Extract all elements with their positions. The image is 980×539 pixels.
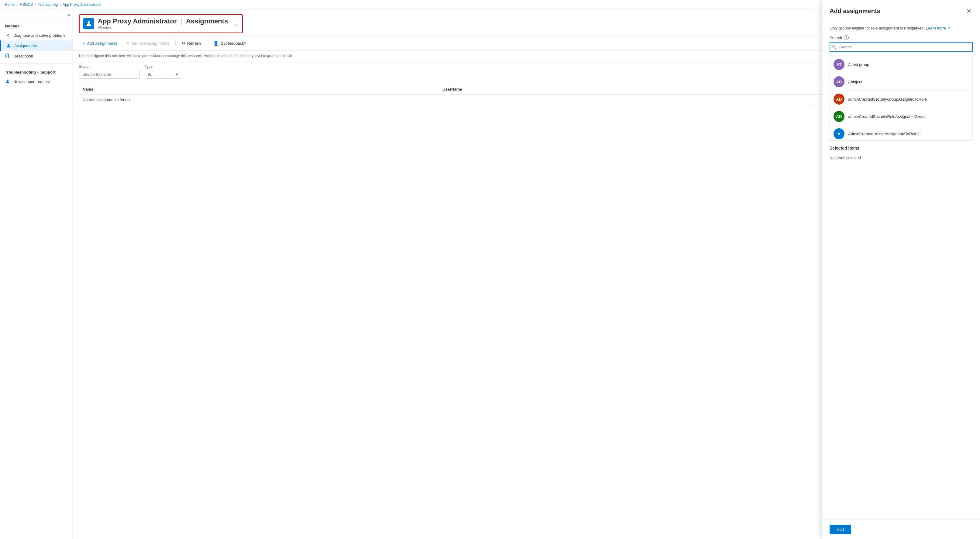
- panel-footer: Add: [822, 520, 980, 539]
- group-item-a[interactable]: A AdminCreatedUnifiedAssignableToRole2: [830, 125, 972, 141]
- svg-point-0: [8, 44, 10, 46]
- group-item-ad2[interactable]: AD adminCreatedSecurityRoleAssignableGro…: [830, 108, 972, 125]
- breadcrumb-home[interactable]: Home: [5, 2, 14, 7]
- add-assignments-button[interactable]: + Add assignments: [79, 39, 121, 48]
- col-name: Name: [79, 85, 439, 94]
- remove-assignments-button[interactable]: ✕ Remove assignments: [122, 39, 173, 48]
- add-button[interactable]: Add: [830, 525, 851, 534]
- search-filter-group: Search: [79, 64, 140, 79]
- avatar-ab: AB: [834, 76, 845, 87]
- avatar-at: AT: [834, 59, 845, 70]
- type-filter-group: Type All User Group Service Principal: [145, 64, 181, 79]
- user-icon: [6, 43, 11, 48]
- panel-description: Only groups eligible for role assignment…: [830, 26, 973, 30]
- type-select[interactable]: All User Group Service Principal: [145, 70, 181, 79]
- group-list-wrap: AT A test group AB Abhijeet AD adminCrea…: [830, 56, 973, 141]
- sidebar-item-assignments-label: Assignments: [14, 43, 37, 48]
- panel-search-input[interactable]: [830, 42, 973, 52]
- sidebar-collapse[interactable]: «: [0, 10, 73, 20]
- add-icon: +: [83, 41, 85, 46]
- no-items-text: No items selected: [830, 153, 973, 162]
- toolbar-divider: [175, 40, 176, 47]
- add-assignments-panel: Add assignments ✕ Only groups eligible f…: [822, 0, 980, 539]
- search-input[interactable]: [79, 70, 140, 79]
- sidebar-item-assignments[interactable]: Assignments: [0, 40, 73, 51]
- toolbar-divider-2: [207, 40, 207, 47]
- support-icon: [5, 79, 10, 84]
- panel-title: Add assignments: [830, 8, 880, 14]
- learn-more-link[interactable]: Learn more ↗: [926, 26, 951, 30]
- avatar-a: A: [834, 128, 845, 139]
- refresh-icon: ↻: [182, 41, 185, 46]
- sidebar-item-description-label: Description: [13, 54, 33, 58]
- refresh-button[interactable]: ↻ Refresh: [178, 39, 205, 48]
- breadcrumb-app-proxy[interactable]: App Proxy Administrator: [63, 2, 102, 7]
- manage-section-label: Manage: [0, 20, 73, 30]
- wrench-icon: ✕: [5, 32, 10, 38]
- sidebar: « Manage ✕ Diagnose and solve problems A…: [0, 10, 73, 539]
- group-name-ad2: adminCreatedSecurityRoleAssignableGroup: [848, 114, 926, 119]
- avatar-ad2: AD: [834, 111, 845, 122]
- group-list: AT A test group AB Abhijeet AD adminCrea…: [830, 56, 973, 141]
- group-item-ad1[interactable]: AD adminCreatedSecurityGroupAssignedToRo…: [830, 91, 972, 108]
- group-name-ad1: adminCreatedSecurityGroupAssignedToRole: [848, 97, 927, 102]
- sidebar-item-support-label: New support request: [13, 79, 50, 84]
- document-icon: [5, 53, 10, 59]
- group-name-a: AdminCreatedUnifiedAssignableToRole2: [848, 132, 920, 136]
- more-options-button[interactable]: ...: [234, 21, 239, 27]
- header-outlined-box: App Proxy Administrator | Assignments Al…: [79, 14, 243, 33]
- info-icon: i: [844, 35, 849, 40]
- breadcrumb-test-app-reg[interactable]: Test app reg: [38, 2, 58, 7]
- page-title: App Proxy Administrator | Assignments: [98, 18, 228, 25]
- sidebar-item-support[interactable]: New support request: [0, 76, 73, 87]
- feedback-icon: 👤: [213, 41, 218, 46]
- sidebar-item-diagnose[interactable]: ✕ Diagnose and solve problems: [0, 30, 73, 40]
- page-header-text: App Proxy Administrator | Assignments Al…: [98, 18, 228, 30]
- feedback-button[interactable]: 👤 Got feedback?: [210, 39, 250, 48]
- panel-search-icon: 🔍: [832, 45, 837, 49]
- group-item-ab[interactable]: AB Abhijeet: [830, 73, 972, 91]
- page-subtitle: All roles: [98, 26, 228, 30]
- sidebar-item-description[interactable]: Description: [0, 51, 73, 61]
- sidebar-item-diagnose-label: Diagnose and solve problems: [13, 33, 65, 38]
- panel-close-button[interactable]: ✕: [965, 6, 973, 16]
- group-name-ab: Abhijeet: [848, 80, 862, 84]
- group-name-at: A test group: [848, 62, 869, 67]
- panel-search-wrap: 🔍: [830, 42, 973, 52]
- page-icon: [83, 18, 94, 29]
- svg-point-6: [88, 21, 90, 24]
- search-filter-label: Search: [79, 64, 140, 69]
- avatar-ad1: AD: [834, 94, 845, 105]
- svg-point-5: [7, 80, 8, 81]
- panel-search-label: Search i: [830, 35, 973, 40]
- sidebar-divider: [0, 64, 73, 64]
- breadcrumb-msods[interactable]: MSODS: [19, 2, 33, 7]
- panel-body: Only groups eligible for role assignment…: [822, 21, 980, 520]
- collapse-button[interactable]: «: [67, 12, 70, 18]
- remove-icon: ✕: [126, 41, 129, 46]
- selected-items-label: Selected items: [830, 146, 973, 150]
- panel-header: Add assignments ✕: [822, 0, 980, 21]
- type-filter-label: Type: [145, 64, 181, 69]
- troubleshooting-label: Troubleshooting + Support: [0, 66, 73, 76]
- group-item-at[interactable]: AT A test group: [830, 56, 972, 73]
